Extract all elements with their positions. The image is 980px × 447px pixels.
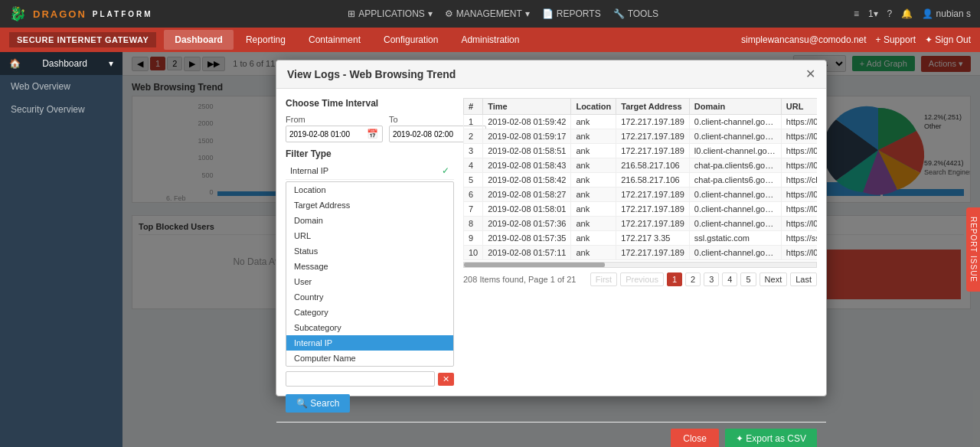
cell-target: 216.58.217.106 xyxy=(616,173,690,188)
result-pag-first[interactable]: First xyxy=(590,272,617,286)
cell-url: https://l0.client-channel.google.com/cli xyxy=(781,188,817,202)
remove-filter-button[interactable]: ✕ xyxy=(438,373,454,386)
user-avatar[interactable]: 👤 nubian s xyxy=(922,8,971,19)
search-button[interactable]: 🔍 Search xyxy=(286,394,350,413)
cell-url: https://l0.client-channel.google.com/cli xyxy=(781,129,817,144)
cell-url: https://l0.client-channel.google.com/cli xyxy=(781,158,817,173)
notification-icon[interactable]: 🔔 xyxy=(901,8,913,19)
cell-num: 7 xyxy=(464,202,483,217)
cell-target: 172.217.197.189 xyxy=(616,246,690,260)
cell-domain: 0.client-channel.google.com xyxy=(689,188,781,202)
chevron-icon: ▾ xyxy=(525,8,530,19)
dropdown-item-target-address[interactable]: Target Address xyxy=(286,197,453,213)
dropdown-item-url[interactable]: URL xyxy=(286,228,453,243)
result-pag-prev[interactable]: Previous xyxy=(620,272,664,286)
from-label: From xyxy=(286,115,383,124)
table-row: 4 2019-02-08 01:58:43 ank 216.58.217.106… xyxy=(464,158,818,173)
dropdown-item-subcategory[interactable]: Subcategory xyxy=(286,320,453,335)
dropdown-item-user[interactable]: User xyxy=(286,274,453,289)
modal-close-button[interactable]: ✕ xyxy=(805,68,815,80)
modal-body: Choose Time Interval From 📅 To xyxy=(276,89,826,422)
table-header-row: # Time Location Target Address Domain UR… xyxy=(464,99,818,115)
user-email: simplewancansu@comodo.net xyxy=(741,34,867,45)
dropdown-item-country[interactable]: Country xyxy=(286,289,453,305)
dropdown-item-location[interactable]: Location xyxy=(286,182,453,197)
dropdown-item-status[interactable]: Status xyxy=(286,243,453,259)
table-row: 9 2019-02-08 01:57:35 ank 172.217 3.35 s… xyxy=(464,231,818,246)
nav-management[interactable]: ⚙ MANAGEMENT ▾ xyxy=(445,8,530,19)
cell-location: ank xyxy=(571,246,616,260)
help-icon[interactable]: ? xyxy=(887,8,893,19)
signout-link[interactable]: ✦ Sign Out xyxy=(925,34,971,45)
result-pag-1[interactable]: 1 xyxy=(667,272,682,286)
support-link[interactable]: + Support xyxy=(876,34,916,45)
nav-tools[interactable]: 🔧 TOOLS xyxy=(613,8,658,19)
nav-applications[interactable]: ⊞ APPLICATIONS ▾ xyxy=(348,8,432,19)
menu-icon[interactable]: ≡ xyxy=(854,8,859,19)
cell-domain: l0.client-channel.google.com xyxy=(689,144,781,158)
nav-reports[interactable]: 📄 REPORTS xyxy=(542,8,601,19)
filter-type-selected-value: Internal IP xyxy=(290,166,328,175)
dropdown-item-category[interactable]: Category xyxy=(286,305,453,320)
close-button[interactable]: Close xyxy=(671,429,719,447)
check-icon: ✓ xyxy=(442,165,449,176)
cell-num: 9 xyxy=(464,231,483,246)
filter-section-title: Choose Time Interval xyxy=(286,98,454,109)
horizontal-scrollbar[interactable] xyxy=(463,262,817,268)
result-pag-4[interactable]: 4 xyxy=(722,272,737,286)
cell-time: 2019-02-08 01:58:42 xyxy=(483,173,571,188)
from-date-input[interactable] xyxy=(286,129,363,140)
subnav-containment[interactable]: Containment xyxy=(298,30,371,50)
top-nav-right: ≡ 1▾ ? 🔔 👤 nubian s xyxy=(854,8,971,19)
cell-domain: 0.client-channel.google.com xyxy=(689,246,781,260)
cell-location: ank xyxy=(571,129,616,144)
cell-target: 172.217 3.35 xyxy=(616,231,690,246)
sidebar-item-web-overview[interactable]: Web Overview xyxy=(0,75,122,98)
filter-time-row: From 📅 To 📅 xyxy=(286,115,454,142)
results-pagination: First Previous 1 2 3 4 5 Next Last xyxy=(590,272,817,286)
report-issue-button[interactable]: REPORT ISSUE xyxy=(966,207,980,292)
results-table: # Time Location Target Address Domain UR… xyxy=(463,98,817,260)
sidebar-item-security-overview[interactable]: Security Overview xyxy=(0,98,122,121)
results-table-wrapper: # Time Location Target Address Domain UR… xyxy=(463,98,817,260)
dropdown-item-domain[interactable]: Domain xyxy=(286,213,453,228)
cell-url: https://l0.client-channel.google.com/cli xyxy=(781,246,817,260)
modal-title: View Logs - Web Browsing Trend xyxy=(287,68,456,80)
cell-domain: 0.client-channel.google.com xyxy=(689,217,781,231)
cell-num: 5 xyxy=(464,173,483,188)
calendar-from-icon[interactable]: 📅 xyxy=(363,126,382,142)
cell-num: 1 xyxy=(464,115,483,129)
cell-time: 2019-02-08 01:58:01 xyxy=(483,202,571,217)
col-location: Location xyxy=(571,99,616,115)
filter-value-input[interactable] xyxy=(286,371,435,387)
subnav-reporting[interactable]: Reporting xyxy=(235,30,296,50)
table-row: 6 2019-02-08 01:58:27 ank 172.217.197.18… xyxy=(464,188,818,202)
col-url: URL xyxy=(781,99,817,115)
result-pag-2[interactable]: 2 xyxy=(685,272,701,286)
cell-location: ank xyxy=(571,115,616,129)
cell-time: 2019-02-08 01:57:36 xyxy=(483,217,571,231)
result-pag-next[interactable]: Next xyxy=(760,272,788,286)
cell-num: 8 xyxy=(464,217,483,231)
subnav-dashboard[interactable]: Dashboard xyxy=(164,30,234,50)
col-time: Time xyxy=(483,99,571,115)
dropdown-item-message[interactable]: Message xyxy=(286,259,453,274)
top-nav: 🐉 DRAGON PLATFORM ⊞ APPLICATIONS ▾ ⚙ MAN… xyxy=(0,0,980,28)
table-row: 7 2019-02-08 01:58:01 ank 172.217.197.18… xyxy=(464,202,818,217)
export-button[interactable]: ✦ Export as CSV xyxy=(725,429,817,447)
subnav-administration[interactable]: Administration xyxy=(450,30,530,50)
col-target: Target Address xyxy=(616,99,690,115)
to-date-input[interactable] xyxy=(390,129,466,140)
cell-time: 2019-02-08 01:57:11 xyxy=(483,246,571,260)
result-pag-3[interactable]: 3 xyxy=(704,272,719,286)
result-pag-5[interactable]: 5 xyxy=(740,272,756,286)
logo-platform: PLATFORM xyxy=(93,10,153,18)
subnav-configuration[interactable]: Configuration xyxy=(373,30,449,50)
dropdown-item-internal-ip[interactable]: Internal IP xyxy=(286,335,453,351)
cell-url: https://ssl.gstatic.com/docs/common/ xyxy=(781,231,817,246)
dropdown-item-computer-name[interactable]: Computer Name xyxy=(286,351,453,366)
sidebar-item-dashboard[interactable]: 🏠 Dashboard ▾ xyxy=(0,52,122,75)
dragon-icon: 🐉 xyxy=(9,5,27,22)
cell-target: 216.58.217.106 xyxy=(616,158,690,173)
result-pag-last[interactable]: Last xyxy=(790,272,817,286)
